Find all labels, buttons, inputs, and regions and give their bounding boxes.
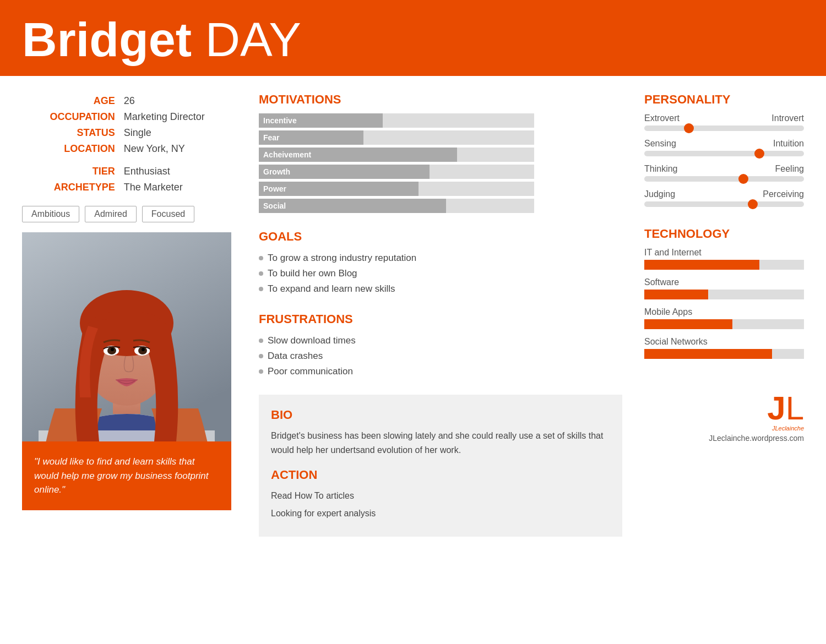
- tech-bar-item: IT and Internet: [644, 248, 804, 270]
- motivation-bar: Social: [259, 199, 622, 213]
- logo-tagline: JLeclainche: [644, 425, 804, 432]
- frustration-item: Slow download times: [259, 333, 622, 348]
- motivations-bars: Incentive Fear Acheivement Growth Power: [259, 113, 622, 213]
- tech-label: Social Networks: [644, 337, 804, 347]
- logo-j: J: [767, 390, 785, 427]
- motivation-bar: Fear: [259, 130, 622, 145]
- action-line: Looking for expert analysis: [271, 506, 610, 521]
- personality-row: Sensing Intuition: [644, 139, 804, 156]
- main-content: AGE 26 OCCUPATION Marketing Director STA…: [0, 76, 826, 644]
- tier-value: Enthusiast: [122, 164, 236, 179]
- motivation-bar: Power: [259, 182, 622, 196]
- pers-track: [644, 151, 804, 156]
- goal-item: To build her own Blog: [259, 266, 622, 281]
- pers-left-label: Sensing: [644, 139, 676, 149]
- header: Bridget DAY: [0, 0, 826, 76]
- pers-dot: [748, 199, 758, 209]
- motivation-bar: Acheivement: [259, 148, 622, 162]
- left-column: AGE 26 OCCUPATION Marketing Director STA…: [22, 92, 237, 632]
- pers-dot: [684, 123, 694, 133]
- bio-action-box: BIO Bridget's business has been slowing …: [259, 395, 622, 537]
- tech-label: IT and Internet: [644, 248, 804, 258]
- tech-bar-item: Mobile Apps: [644, 307, 804, 329]
- quote-box: "I would like to find and learn skills t…: [22, 441, 231, 510]
- technology-section: TECHNOLOGY IT and Internet Software Mobi…: [644, 227, 804, 359]
- personality-row: Judging Perceiving: [644, 189, 804, 207]
- tag-focused: Focused: [142, 206, 194, 222]
- profile-photo: [22, 232, 231, 441]
- tags-container: Ambitious Admired Focused: [22, 206, 237, 222]
- archetype-label: ARCHETYPE: [23, 180, 121, 195]
- frustrations-section: FRUSTRATIONS Slow download timesData cra…: [259, 312, 622, 379]
- goal-item: To expand and learn new skills: [259, 281, 622, 297]
- action-title: ACTION: [271, 468, 610, 482]
- logo-letters: JL: [644, 392, 804, 425]
- frustration-item: Poor communication: [259, 364, 622, 379]
- personality-rows: Extrovert Introvert Sensing Intuition Th…: [644, 113, 804, 207]
- personality-row: Extrovert Introvert: [644, 113, 804, 131]
- age-label: AGE: [23, 94, 121, 108]
- pers-left-label: Extrovert: [644, 113, 680, 123]
- tech-bar-bg: [644, 349, 804, 359]
- technology-title: TECHNOLOGY: [644, 227, 804, 241]
- tag-ambitious: Ambitious: [22, 206, 79, 222]
- svg-point-14: [142, 348, 145, 351]
- tech-bar-fill: [644, 349, 772, 359]
- pers-track: [644, 176, 804, 182]
- frustration-item: Data crashes: [259, 348, 622, 364]
- tech-bars: IT and Internet Software Mobile Apps Soc…: [644, 248, 804, 359]
- page-title: Bridget DAY: [22, 15, 804, 64]
- tech-bar-bg: [644, 319, 804, 329]
- age-value: 26: [122, 94, 236, 108]
- pers-track: [644, 125, 804, 131]
- svg-point-13: [111, 348, 114, 351]
- status-label: STATUS: [23, 125, 121, 140]
- tier-label: TIER: [23, 164, 121, 179]
- frustrations-list: Slow download timesData crashesPoor comm…: [259, 333, 622, 379]
- logo-url: JLeclainche.wordpress.com: [644, 434, 804, 443]
- personality-title: PERSONALITY: [644, 92, 804, 107]
- goal-item: To grow a strong industry reputation: [259, 250, 622, 266]
- motivations-title: MOTIVATIONS: [259, 92, 622, 107]
- goals-section: GOALS To grow a strong industry reputati…: [259, 230, 622, 297]
- pers-track: [644, 201, 804, 207]
- tag-admired: Admired: [85, 206, 137, 222]
- tech-bar-bg: [644, 260, 804, 270]
- action-lines: Read How To articlesLooking for expert a…: [271, 489, 610, 520]
- motivations-section: MOTIVATIONS Incentive Fear Acheivement G…: [259, 92, 622, 213]
- tech-label: Software: [644, 277, 804, 287]
- personality-section: PERSONALITY Extrovert Introvert Sensing …: [644, 92, 804, 207]
- occupation-label: OCCUPATION: [23, 110, 121, 124]
- logo-l: L: [786, 390, 804, 427]
- pers-right-label: Intuition: [773, 139, 804, 149]
- occupation-value: Marketing Director: [122, 110, 236, 124]
- tech-bar-fill: [644, 260, 759, 270]
- tech-label: Mobile Apps: [644, 307, 804, 317]
- location-value: New York, NY: [122, 141, 236, 156]
- pers-right-label: Perceiving: [763, 189, 804, 199]
- goals-list: To grow a strong industry reputationTo b…: [259, 250, 622, 297]
- profile-info-table: AGE 26 OCCUPATION Marketing Director STA…: [22, 92, 237, 196]
- logo-area: JL JLeclainche JLeclainche.wordpress.com: [644, 392, 804, 443]
- right-column: PERSONALITY Extrovert Introvert Sensing …: [644, 92, 804, 632]
- location-label: LOCATION: [23, 141, 121, 156]
- pers-dot: [754, 149, 764, 159]
- bio-text: Bridget's business has been slowing late…: [271, 429, 610, 457]
- pers-left-label: Thinking: [644, 164, 677, 174]
- tech-bar-item: Software: [644, 277, 804, 299]
- personality-row: Thinking Feeling: [644, 164, 804, 182]
- tech-bar-bg: [644, 290, 804, 299]
- middle-column: MOTIVATIONS Incentive Fear Acheivement G…: [259, 92, 622, 632]
- pers-right-label: Introvert: [771, 113, 804, 123]
- last-name: DAY: [205, 12, 301, 67]
- tech-bar-fill: [644, 290, 708, 299]
- motivation-bar: Incentive: [259, 113, 622, 128]
- first-name: Bridget: [22, 12, 192, 67]
- pers-right-label: Feeling: [775, 164, 804, 174]
- tech-bar-fill: [644, 319, 732, 329]
- goals-title: GOALS: [259, 230, 622, 244]
- frustrations-title: FRUSTRATIONS: [259, 312, 622, 326]
- bio-title: BIO: [271, 408, 610, 422]
- motivation-bar: Growth: [259, 165, 622, 179]
- pers-dot: [738, 174, 748, 184]
